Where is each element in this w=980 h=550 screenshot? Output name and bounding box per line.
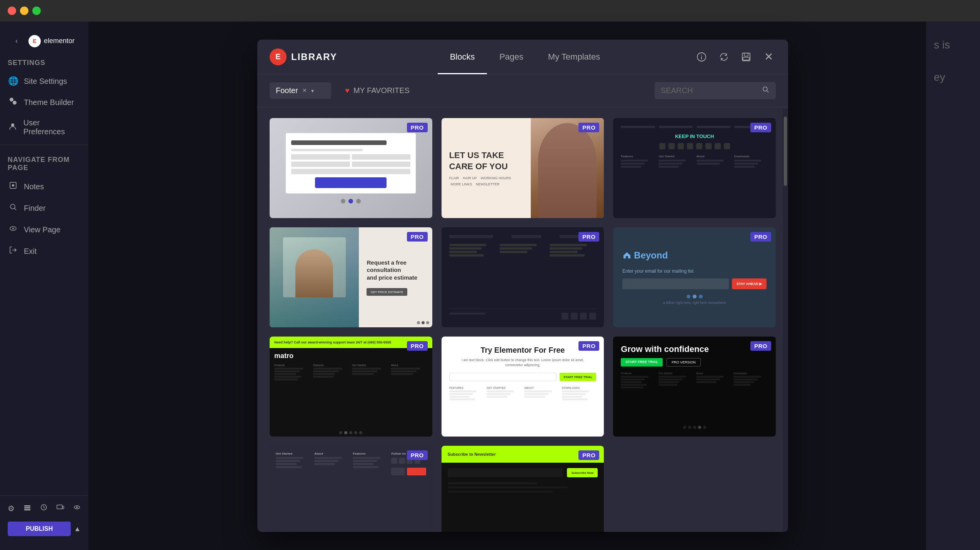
heart-icon: ♥ [345,86,350,95]
library-modal: E LIBRARY Blocks Pages My Templates [257,40,788,532]
sidebar-item-notes[interactable]: Notes [0,176,88,197]
svg-point-7 [12,228,14,229]
template-card-schedule[interactable]: PRO [270,118,432,218]
modal-logo-text: LIBRARY [291,52,337,62]
sidebar-label-notes: Notes [24,182,44,191]
publish-arrow[interactable]: ▲ [74,525,81,533]
save-icon-btn[interactable] [739,50,753,64]
view-icon [8,224,18,235]
settings-icon-btn[interactable]: ⚙ [8,504,15,513]
sidebar-item-user-preferences[interactable]: User Preferences [0,113,88,142]
template-card-footer-links[interactable]: PRO [442,227,604,327]
modal-scrollbar[interactable] [783,109,788,532]
search-container[interactable] [655,82,776,99]
sync-icon-btn[interactable] [717,50,731,64]
layers-icon-btn[interactable] [23,503,31,513]
sidebar-label-user-preferences: User Preferences [23,118,81,136]
modal-logo: E LIBRARY [270,48,337,65]
svg-rect-8 [24,505,30,507]
modal-logo-icon: E [270,48,287,65]
sidebar-bottom: ⚙ [0,488,88,544]
svg-rect-12 [57,505,62,509]
globe-icon: 🌐 [8,76,18,86]
main-content: E LIBRARY Blocks Pages My Templates [88,22,926,550]
filter-label: Footer [276,86,298,95]
theme-builder-icon [8,97,18,108]
tab-pages[interactable]: Pages [487,40,535,74]
modal-header-actions: ✕ [694,50,776,64]
close-button[interactable]: ✕ [761,50,776,64]
title-bar [0,0,980,22]
svg-rect-20 [743,57,749,60]
template-card-consultation[interactable]: Request a freeconsultationand price esti… [270,227,432,327]
favorites-button[interactable]: ♥ MY FAVORITES [339,82,416,99]
filter-clear-btn[interactable]: × [303,87,307,95]
svg-rect-19 [744,53,748,56]
svg-point-5 [10,204,15,209]
modal-overlay: E LIBRARY Blocks Pages My Templates [88,22,926,550]
sidebar-divider-2 [0,495,88,496]
template-card-beauty[interactable]: LET US TAKE CARE OF YOU FLAIR HAIR UP WO… [442,118,604,218]
svg-point-1 [13,101,17,105]
svg-rect-9 [24,507,30,508]
traffic-light-yellow[interactable] [20,7,28,15]
template-card-subscribe[interactable]: Subscribe to Newsletter Subscribe Now [442,446,604,532]
template-card-try-elementor[interactable]: Try Elementor For Free I am text block. … [442,337,604,437]
template-card-footer-header[interactable]: Get Started About [270,446,432,532]
svg-rect-10 [24,509,30,510]
template-card-matro-green[interactable]: Need help? Call our award-winning suppor… [270,337,432,437]
exit-icon [8,246,18,257]
search-input[interactable] [661,86,758,95]
sidebar-item-theme-builder[interactable]: Theme Builder [0,92,88,113]
template-thumb-beyond: Beyond Enter your email for our mailing … [613,227,776,327]
app-background: ‹ E elementor SETTINGS 🌐 Site Settings T… [0,22,980,550]
pro-badge-consultation: PRO [407,232,428,242]
app-title: elementor [44,37,75,45]
svg-point-0 [10,98,13,102]
traffic-light-red[interactable] [8,7,16,15]
sidebar: ‹ E elementor SETTINGS 🌐 Site Settings T… [0,22,88,550]
responsive-icon-btn[interactable] [57,503,64,513]
scrollbar-thumb[interactable] [784,117,787,186]
sidebar-item-view-page[interactable]: View Page [0,219,88,240]
pro-badge-grow: PRO [750,341,771,351]
template-thumb-matro-green: Need help? Call our award-winning suppor… [270,337,432,437]
tab-my-templates[interactable]: My Templates [536,40,612,74]
history-icon-btn[interactable] [40,503,48,513]
back-button[interactable]: ‹ [8,34,25,48]
modal-header: E LIBRARY Blocks Pages My Templates [257,40,788,74]
tab-blocks[interactable]: Blocks [438,40,487,74]
svg-point-2 [11,123,14,127]
sidebar-item-finder[interactable]: Finder [0,197,88,219]
svg-point-4 [12,184,14,187]
pro-badge-footer-header: PRO [407,450,428,460]
modal-tabs: Blocks Pages My Templates [356,40,694,74]
pro-badge-beyond: PRO [750,232,771,242]
sidebar-item-exit[interactable]: Exit [0,240,88,262]
template-thumb-schedule [270,118,432,218]
favorites-label: MY FAVORITES [353,86,410,95]
dropdown-arrow-icon: ▾ [311,88,314,94]
sidebar-label-view-page: View Page [24,225,60,234]
template-card-footer-dark[interactable]: KEEP IN TOUCH [613,118,776,218]
publish-button[interactable]: PUBLISH [8,522,71,536]
sidebar-divider-1 [0,145,88,145]
pro-badge-subscribe: PRO [578,450,599,460]
sidebar-item-site-settings[interactable]: 🌐 Site Settings [0,71,88,92]
info-icon-btn[interactable] [694,50,709,64]
svg-point-15 [76,507,78,508]
app-logo: E [28,35,41,47]
filter-dropdown[interactable]: Footer × ▾ [270,82,331,99]
template-card-beyond[interactable]: Beyond Enter your email for our mailing … [613,227,776,327]
template-thumb-consultation: Request a freeconsultationand price esti… [270,227,432,327]
traffic-light-green[interactable] [32,7,41,15]
template-card-grow[interactable]: Grow with confidence START FREE TRIAL PR… [613,337,776,437]
preview-icon-btn[interactable] [73,503,81,513]
sidebar-label-site-settings: Site Settings [24,77,67,86]
notes-icon [8,181,18,192]
modal-content[interactable]: PRO LET US TAKE CARE OF YOU FLAIR HAIR U… [257,107,788,532]
svg-point-17 [701,55,702,55]
pro-badge-footer-dark: PRO [750,123,771,132]
svg-point-21 [763,87,767,91]
svg-rect-18 [742,53,750,61]
